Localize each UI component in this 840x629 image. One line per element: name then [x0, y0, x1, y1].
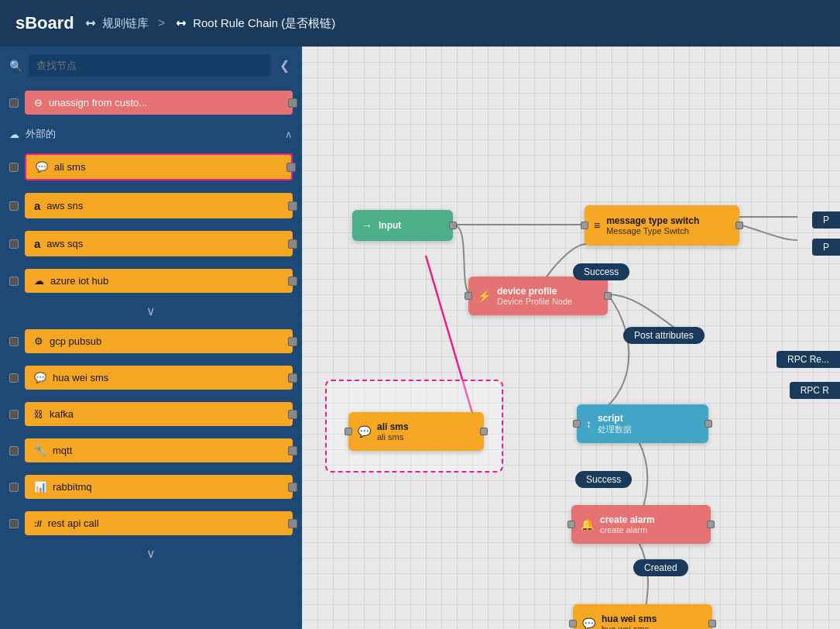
list-item-azure-iot-hub[interactable]: ☁ azure iot hub [0, 263, 302, 299]
node-left-connector[interactable] [345, 428, 352, 435]
list-item-hua-wei-sms[interactable]: 💬 hua wei sms [0, 359, 302, 396]
kafka-icon: ⛓ [34, 409, 43, 420]
node-label-main: message type switch [606, 215, 699, 226]
node-chip-kafka[interactable]: ⛓ kafka [25, 402, 293, 426]
script-icon: ↕ [586, 418, 591, 430]
switch-icon: ≡ [594, 219, 600, 232]
flow-canvas[interactable]: → Input ≡ message type switch Message Ty… [302, 46, 840, 629]
node-left-connector[interactable] [573, 420, 581, 428]
label-node-p2[interactable]: P [812, 239, 840, 256]
node-left-connector[interactable] [465, 292, 472, 300]
flow-node-input[interactable]: → Input [352, 210, 453, 241]
node-label-main: script [598, 413, 632, 424]
label-text: Post attributes [634, 330, 694, 341]
breadcrumb-link[interactable]: 规则链库 [84, 16, 149, 31]
drag-arrow-svg [302, 46, 840, 629]
breadcrumb-separator: > [158, 16, 165, 30]
node-chip-azure-iot-hub[interactable]: ☁ azure iot hub [25, 269, 293, 293]
search-input[interactable] [29, 54, 270, 77]
node-label-sub: 处理数据 [598, 424, 632, 435]
node-right-port [288, 201, 297, 211]
label-node-created[interactable]: Created [633, 559, 688, 576]
label-node-rpc-r[interactable]: RPC R [790, 382, 840, 399]
node-chip-aws-sqs[interactable]: a aws sqs [25, 231, 293, 256]
label-text: Created [644, 562, 677, 573]
expand-section-button-2[interactable]: ∨ [0, 541, 302, 565]
list-item-rabbitmq[interactable]: 📊 rabbitmq [0, 469, 302, 505]
node-left-port [9, 519, 19, 528]
node-right-connector[interactable] [707, 521, 715, 528]
node-icon: ⊖ [34, 97, 43, 108]
node-right-connector[interactable] [449, 222, 457, 229]
label-node-p1[interactable]: P [812, 211, 840, 229]
list-item[interactable]: ⊖ unassign from custo... [0, 84, 302, 121]
section-header-external[interactable]: ☁ 外部的 ∧ [0, 121, 302, 147]
node-label-main: Input [379, 220, 401, 231]
chat-icon: 💬 [36, 161, 48, 173]
node-chip-ali-sms[interactable]: 💬 ali sms [25, 153, 293, 180]
node-chip-gcp-pubsub[interactable]: ⚙ gcp pubsub [25, 329, 293, 353]
node-left-port [9, 373, 19, 383]
label-node-post-attributes[interactable]: Post attributes [623, 327, 705, 344]
chevron-down-icon: ∨ [146, 304, 156, 318]
label-text: RPC Re... [787, 354, 829, 365]
chevron-up-icon: ∧ [285, 129, 293, 140]
expand-section-button[interactable]: ∨ [0, 299, 302, 323]
node-label-main: device profile [497, 286, 572, 297]
node-label: azure iot hub [50, 275, 108, 287]
flow-node-hua-wei-sms[interactable]: 💬 hua wei sms hua wei sms [573, 604, 712, 629]
node-chip-unassign[interactable]: ⊖ unassign from custo... [25, 91, 293, 115]
label-text: RPC R [801, 385, 829, 396]
label-node-success-2[interactable]: Success [575, 471, 632, 488]
list-item-ali-sms[interactable]: 💬 ali sms [0, 147, 302, 187]
node-right-connector[interactable] [604, 292, 612, 300]
cloud-icon: ☁ [34, 275, 44, 287]
current-chain-label: Root Rule Chain (是否根链) [193, 16, 335, 31]
node-right-port [288, 410, 297, 419]
node-chip-hua-wei-sms[interactable]: 💬 hua wei sms [25, 366, 293, 390]
current-chain-icon [174, 16, 188, 30]
node-left-connector[interactable] [581, 222, 588, 229]
node-right-connector[interactable] [735, 222, 743, 229]
node-left-connector[interactable] [567, 521, 575, 528]
device-icon: ⚡ [478, 290, 491, 302]
node-left-port [9, 483, 19, 492]
collapse-sidebar-button[interactable]: ❮ [276, 55, 293, 76]
chat-icon: 💬 [358, 425, 371, 438]
list-item-aws-sqs[interactable]: a aws sqs [0, 225, 302, 263]
label-node-success-1[interactable]: Success [573, 263, 629, 280]
node-chip-mqtt[interactable]: 🔧 mqtt [25, 438, 293, 462]
label-text: Success [586, 474, 621, 485]
node-left-connector[interactable] [569, 620, 577, 627]
chat-icon: 💬 [34, 372, 46, 383]
list-item-gcp-pubsub[interactable]: ⚙ gcp pubsub [0, 323, 302, 359]
node-left-port [9, 201, 19, 211]
brand-logo: sBoard [15, 13, 74, 33]
list-item-kafka[interactable]: ⛓ kafka [0, 396, 302, 432]
node-left-port [9, 239, 19, 249]
label-node-rpc-re[interactable]: RPC Re... [777, 351, 840, 368]
breadcrumb-label: 规则链库 [102, 16, 149, 31]
flow-node-device-profile[interactable]: ⚡ device profile Device Profile Node [468, 277, 608, 315]
node-label-sub: hua wei sms [602, 624, 657, 629]
node-chip-aws-sns[interactable]: a aws sns [25, 193, 293, 218]
rule-chain-icon [84, 16, 98, 30]
label-text: P [823, 242, 829, 253]
node-right-port [288, 373, 297, 383]
flow-node-ali-sms-drop[interactable]: 💬 ali sms ali sms [348, 412, 484, 451]
node-right-connector[interactable] [480, 428, 488, 435]
node-label-sub: create alarm [600, 525, 655, 534]
flow-node-script[interactable]: ↕ script 处理数据 [577, 404, 708, 443]
node-chip-rest-api-call[interactable]: :// rest api call [25, 511, 293, 535]
flow-node-message-type-switch[interactable]: ≡ message type switch Message Type Switc… [585, 205, 739, 246]
node-right-port [288, 519, 297, 528]
node-right-connector[interactable] [705, 420, 712, 428]
list-item-rest-api-call[interactable]: :// rest api call [0, 505, 302, 541]
flow-node-create-alarm[interactable]: 🔔 create alarm create alarm [571, 505, 711, 544]
node-right-port [288, 483, 297, 492]
node-right-connector[interactable] [708, 620, 716, 627]
node-chip-rabbitmq[interactable]: 📊 rabbitmq [25, 475, 293, 499]
list-item-mqtt[interactable]: 🔧 mqtt [0, 432, 302, 469]
list-item-aws-sns[interactable]: a aws sns [0, 187, 302, 225]
sidebar: 🔍 ❮ ⊖ unassign from custo... ☁ 外部的 ∧ [0, 46, 302, 629]
